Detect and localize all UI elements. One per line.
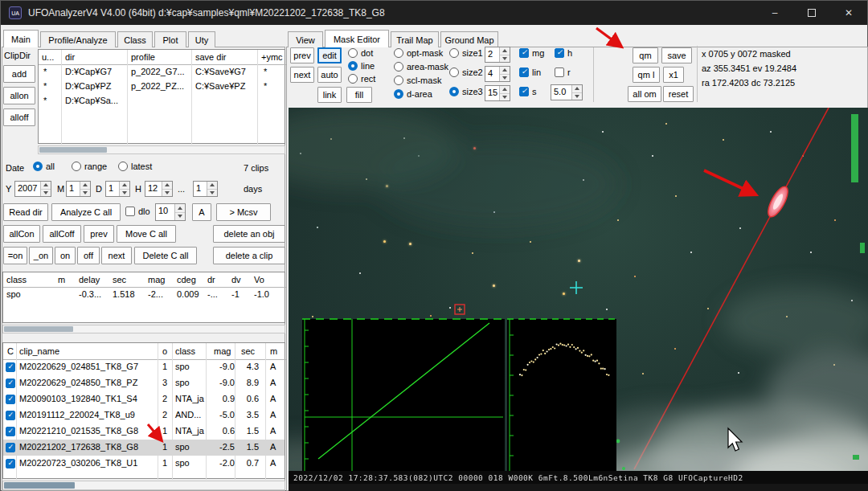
size2-radio[interactable]: size2 bbox=[449, 68, 483, 77]
line-radio[interactable]: line bbox=[348, 61, 375, 71]
clip-checkbox[interactable] bbox=[6, 395, 15, 404]
move-c-all-button[interactable]: Move C all bbox=[117, 225, 176, 243]
tab-profile-analyze[interactable]: Profile/Analyze bbox=[40, 31, 116, 47]
tab-ground-map[interactable]: Ground Map bbox=[440, 31, 498, 47]
off-button[interactable]: off bbox=[77, 247, 100, 264]
tab-uty[interactable]: Uty bbox=[188, 31, 215, 47]
delete-a-clip-button[interactable]: delete a clip bbox=[213, 247, 285, 264]
area-mask-radio[interactable]: area-mask bbox=[394, 62, 448, 72]
up-arrow-icon[interactable] bbox=[120, 182, 129, 190]
down-arrow-icon[interactable] bbox=[162, 190, 172, 197]
delete-an-obj-button[interactable]: delete an obj bbox=[213, 225, 285, 243]
clip-row[interactable]: M20220723_030206_TK8_U1 1 spo -2.0 0.7 A bbox=[3, 456, 285, 472]
down-arrow-icon[interactable] bbox=[500, 94, 510, 101]
class-hscrollbar[interactable] bbox=[2, 325, 285, 333]
analyze-c-all-button[interactable]: Analyze C all bbox=[51, 203, 121, 221]
clip-row[interactable]: M20191112_220024_TK8_u9 2 AND... -5.0 3.… bbox=[3, 407, 285, 423]
clip-checkbox[interactable] bbox=[6, 411, 15, 420]
reset-button[interactable]: reset bbox=[663, 86, 694, 102]
clip-row[interactable]: M20221210_021535_TK8_G8 1 NTA_ja 0.6 1.5… bbox=[3, 423, 285, 440]
tab-class[interactable]: Class bbox=[117, 31, 153, 47]
down-arrow-icon[interactable] bbox=[120, 190, 129, 197]
down-arrow-icon[interactable] bbox=[500, 75, 510, 82]
h-checkbox[interactable]: h bbox=[555, 48, 572, 58]
qm-button[interactable]: qm bbox=[633, 47, 658, 63]
clipdir-row[interactable]: * D:¥Cap¥PZ p_2022_PZ... C:¥Save¥PZ * bbox=[39, 79, 285, 93]
qm-l-button[interactable]: qm l bbox=[633, 67, 660, 83]
clipdir-hscrollbar[interactable] bbox=[38, 145, 285, 154]
minimize-button[interactable]: – bbox=[756, 1, 793, 25]
all-om-button[interactable]: all om bbox=[628, 86, 661, 102]
up-arrow-icon[interactable] bbox=[500, 86, 510, 94]
x1-button[interactable]: x1 bbox=[663, 67, 684, 83]
clip-row[interactable]: M20220629_024851_TK8_G7 1 spo -9.0 4.3 A bbox=[3, 359, 285, 375]
alloff-button[interactable]: alloff bbox=[3, 108, 35, 126]
size2-stepper[interactable]: 4 bbox=[485, 66, 510, 82]
down-arrow-icon[interactable] bbox=[175, 213, 185, 221]
next-clip-button[interactable]: next bbox=[101, 247, 132, 264]
sky-image-view[interactable]: 2022/12/02 17:28:37.583(082)UTC2 00000 0… bbox=[289, 108, 868, 491]
delete-c-all-button[interactable]: Delete C all bbox=[134, 247, 197, 264]
read-dir-button[interactable]: Read dir bbox=[3, 203, 48, 221]
clipdir-row[interactable]: * D:¥Cap¥Sa... bbox=[39, 93, 285, 108]
clip-row[interactable]: M20090103_192840_TK1_S4 2 NTA_ja 0.9 0.6… bbox=[3, 391, 285, 407]
allcoff-button[interactable]: allCoff bbox=[43, 225, 81, 243]
prev-clip-button[interactable]: prev bbox=[84, 225, 114, 243]
meteor-streak-highlight[interactable] bbox=[764, 184, 792, 220]
on-button[interactable]: on bbox=[55, 247, 76, 264]
d-area-radio[interactable]: d-area bbox=[394, 89, 432, 99]
up-arrow-icon[interactable] bbox=[500, 47, 510, 55]
add-button[interactable]: add bbox=[3, 65, 35, 83]
rect-radio[interactable]: rect bbox=[348, 74, 375, 84]
dlo-checkbox[interactable]: dlo bbox=[125, 207, 150, 216]
size3-radio[interactable]: size3 bbox=[449, 87, 483, 96]
dlo-stepper[interactable]: 10 bbox=[155, 203, 186, 221]
clip-row-selected[interactable]: M20221202_172638_TK8_G8 1 spo -2.5 1.5 A bbox=[3, 440, 285, 456]
up-arrow-icon[interactable] bbox=[80, 182, 90, 190]
a-button[interactable]: A bbox=[192, 203, 211, 221]
allcon-button[interactable]: allCon bbox=[3, 225, 40, 243]
clips-hscrollbar[interactable] bbox=[2, 481, 285, 490]
clip-row[interactable]: M20220629_024850_TK8_PZ 3 spo -9.0 8.9 A bbox=[3, 375, 285, 391]
up-arrow-icon[interactable] bbox=[162, 182, 172, 190]
clip-checkbox[interactable] bbox=[6, 459, 15, 468]
clip-checkbox[interactable] bbox=[6, 362, 15, 372]
opt-mask-radio[interactable]: opt-mask bbox=[394, 48, 443, 58]
lin-checkbox[interactable]: lin bbox=[519, 68, 541, 77]
day-stepper[interactable]: 1 bbox=[105, 181, 130, 197]
clip-checkbox[interactable] bbox=[6, 443, 15, 452]
s-stepper[interactable]: 5.0 bbox=[551, 84, 583, 100]
allon-button[interactable]: allon bbox=[3, 87, 35, 104]
down-arrow-icon[interactable] bbox=[80, 190, 90, 197]
clip-checkbox[interactable] bbox=[6, 378, 15, 388]
tab-mask-editor[interactable]: Mask Editor bbox=[325, 30, 389, 47]
down-arrow-icon[interactable] bbox=[500, 55, 510, 63]
date-radio-all[interactable]: all bbox=[33, 162, 55, 171]
down-arrow-icon[interactable] bbox=[572, 93, 582, 100]
date-radio-latest[interactable]: latest bbox=[118, 162, 152, 171]
tab-trail-map[interactable]: Trail Map bbox=[391, 31, 439, 47]
class-row[interactable]: spo -0.3... 1.518 -2... 0.009 -... -1 -1… bbox=[3, 287, 285, 301]
eq-on-button[interactable]: =on bbox=[3, 247, 27, 264]
scl-mask-radio[interactable]: scl-mask bbox=[394, 76, 441, 85]
maximize-button[interactable] bbox=[793, 1, 830, 25]
size1-stepper[interactable]: 2 bbox=[485, 47, 510, 63]
underscore-on-button[interactable]: _on bbox=[29, 247, 53, 264]
down-arrow-icon[interactable] bbox=[41, 190, 51, 197]
mask-prev-button[interactable]: prev bbox=[290, 47, 314, 63]
mask-next-button[interactable]: next bbox=[290, 67, 314, 83]
save-button[interactable]: save bbox=[661, 47, 692, 63]
date-radio-range[interactable]: range bbox=[72, 162, 107, 171]
close-button[interactable]: ✕ bbox=[830, 1, 867, 25]
auto-button[interactable]: auto bbox=[317, 67, 342, 83]
up-arrow-icon[interactable] bbox=[175, 204, 185, 213]
mcsv-button[interactable]: > Mcsv bbox=[216, 203, 271, 221]
size3-stepper[interactable]: 15 bbox=[485, 85, 510, 101]
tab-view[interactable]: View bbox=[288, 31, 323, 47]
s-checkbox[interactable]: s bbox=[519, 87, 537, 96]
up-arrow-icon[interactable] bbox=[500, 67, 510, 75]
up-arrow-icon[interactable] bbox=[207, 182, 217, 190]
clipdir-row[interactable]: * D:¥Cap¥G7 p_2022_G7... C:¥Save¥G7 * bbox=[39, 64, 285, 79]
hour-stepper[interactable]: 12 bbox=[145, 181, 173, 197]
down-arrow-icon[interactable] bbox=[207, 190, 217, 197]
